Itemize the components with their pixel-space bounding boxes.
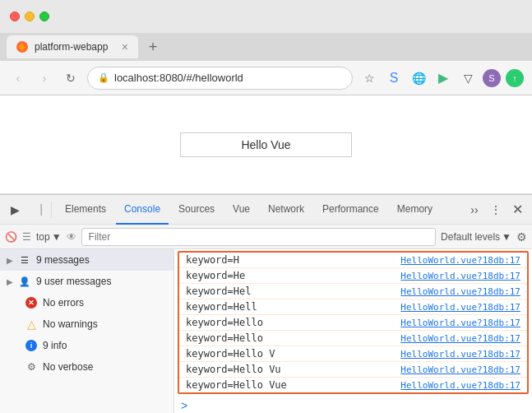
devtools-panel: ▶ ⎹ Elements Console Sources Vue Network… — [0, 194, 532, 413]
devtools-close-button[interactable]: ✕ — [507, 200, 527, 220]
devtools-menu-button[interactable]: ⋮ — [486, 200, 506, 220]
console-message: keyword=Hell — [186, 301, 257, 313]
chevron-down-icon: ▼ — [52, 231, 62, 243]
nav-bar: ‹ › ↻ 🔒 localhost:8080/#/helloworld ☆ S … — [0, 61, 532, 95]
extension-icon2[interactable]: ▶ — [433, 68, 453, 88]
close-button[interactable] — [10, 12, 20, 21]
bookmark-icon[interactable]: ☆ — [359, 68, 379, 88]
browser-tab[interactable]: 🔶 platform-webapp × — [7, 35, 138, 58]
filter-errors[interactable]: ✕ No errors — [0, 292, 173, 313]
separator — [51, 202, 52, 218]
url-text: localhost:8080/#/helloworld — [114, 72, 342, 84]
tab-bar: 🔶 platform-webapp × + — [0, 33, 532, 61]
filter-user-messages[interactable]: ▶ 👤 9 user messages — [0, 271, 173, 292]
console-source-link[interactable]: HelloWorld.vue?18db:17 — [400, 286, 520, 297]
tab-network[interactable]: Network — [260, 195, 312, 225]
context-dropdown[interactable]: top ▼ — [36, 231, 62, 243]
tab-vue[interactable]: Vue — [224, 195, 258, 225]
traffic-lights — [10, 12, 49, 21]
inspect-element-icon[interactable]: ▶ — [5, 200, 25, 220]
console-log-row: keyword=Hello HelloWorld.vue?18db:17 — [179, 331, 527, 346]
expand-arrow-icon: ▶ — [7, 256, 13, 265]
console-message: keyword=Hel — [186, 285, 251, 297]
console-source-link[interactable]: HelloWorld.vue?18db:17 — [400, 364, 520, 375]
more-tabs-button[interactable]: ›› — [465, 200, 484, 220]
extension-icon1[interactable]: S — [384, 68, 404, 88]
extension-icon3[interactable]: ▽ — [458, 68, 478, 88]
console-log-row: keyword=Hello Vu HelloWorld.vue?18db:17 — [179, 362, 527, 378]
translate-icon[interactable]: 🌐 — [409, 68, 428, 88]
console-filter-bar: 🚫 ☰ top ▼ 👁 Default levels ▼ ⚙ — [0, 225, 532, 249]
info-icon: i — [25, 339, 38, 352]
tab-performance[interactable]: Performance — [314, 195, 387, 225]
console-source-link[interactable]: HelloWorld.vue?18db:17 — [400, 302, 520, 313]
page-content: Hello Vue — [0, 95, 532, 194]
list-icon: ☰ — [18, 253, 31, 267]
device-toolbar-icon[interactable]: ⎹ — [26, 200, 46, 220]
console-message: keyword=Hello — [186, 332, 263, 344]
devtools-toolbar: ▶ ⎹ Elements Console Sources Vue Network… — [0, 195, 532, 225]
levels-dropdown[interactable]: Default levels ▼ — [441, 231, 511, 243]
console-highlighted-group: keyword=H HelloWorld.vue?18db:17 keyword… — [178, 251, 529, 394]
tab-memory[interactable]: Memory — [389, 195, 441, 225]
error-icon: ✕ — [25, 296, 38, 309]
forward-button[interactable]: › — [35, 68, 54, 88]
browser-chrome: 🔶 platform-webapp × + ‹ › ↻ 🔒 localhost:… — [0, 0, 532, 413]
hello-vue-input[interactable]: Hello Vue — [180, 132, 352, 157]
warning-icon: △ — [25, 318, 38, 331]
console-output: keyword=H HelloWorld.vue?18db:17 keyword… — [174, 249, 532, 413]
console-message: keyword=Hello V — [186, 348, 275, 360]
block-icon[interactable]: 🚫 — [5, 231, 17, 243]
devtools-console: ▶ ☰ 9 messages ▶ 👤 9 user messages ✕ No — [0, 249, 532, 413]
filter-warnings[interactable]: △ No warnings — [0, 313, 173, 335]
console-log-row: keyword=Hello Vue HelloWorld.vue?18db:17 — [179, 378, 527, 392]
tab-elements[interactable]: Elements — [57, 195, 114, 225]
console-message: keyword=Hello Vu — [186, 364, 281, 375]
console-message: keyword=He — [186, 270, 245, 281]
console-source-link[interactable]: HelloWorld.vue?18db:17 — [400, 333, 520, 344]
filter-all-messages[interactable]: ▶ ☰ 9 messages — [0, 249, 173, 271]
minimize-button[interactable] — [25, 12, 35, 21]
gear-icon: ⚙ — [25, 360, 38, 374]
console-message: keyword=Hello — [186, 317, 263, 328]
tab-title: platform-webapp — [35, 41, 115, 53]
maximize-button[interactable] — [39, 12, 49, 21]
tab-favicon: 🔶 — [16, 41, 28, 53]
settings-icon[interactable]: ⚙ — [516, 230, 527, 244]
lock-icon: 🔒 — [98, 72, 109, 83]
update-icon[interactable]: ↑ — [506, 69, 524, 87]
console-message: keyword=Hello Vue — [186, 379, 287, 391]
url-bar[interactable]: 🔒 localhost:8080/#/helloworld — [87, 67, 353, 90]
filter-list-icon[interactable]: ☰ — [22, 231, 31, 243]
profile-icon[interactable]: S — [483, 69, 501, 87]
console-log-row: keyword=Hell HelloWorld.vue?18db:17 — [179, 299, 527, 315]
right-panel: keyword=H HelloWorld.vue?18db:17 keyword… — [174, 249, 532, 413]
refresh-button[interactable]: ↻ — [61, 68, 81, 88]
console-source-link[interactable]: HelloWorld.vue?18db:17 — [400, 271, 520, 281]
console-message: keyword=H — [186, 254, 239, 266]
new-tab-button[interactable]: + — [141, 35, 164, 58]
console-source-link[interactable]: HelloWorld.vue?18db:17 — [400, 349, 520, 360]
title-bar — [0, 0, 532, 33]
tab-close-button[interactable]: × — [122, 40, 128, 53]
tab-sources[interactable]: Sources — [170, 195, 223, 225]
nav-icons: ☆ S 🌐 ▶ ▽ S ↑ — [359, 68, 524, 88]
expand-arrow-icon: ▶ — [7, 277, 13, 286]
console-prompt[interactable]: > — [174, 396, 532, 413]
eye-icon[interactable]: 👁 — [67, 231, 76, 243]
user-icon: 👤 — [18, 275, 31, 288]
chevron-down-icon: ▼ — [502, 231, 511, 243]
console-log-row: keyword=He HelloWorld.vue?18db:17 — [179, 268, 527, 284]
console-log-row: keyword=Hel HelloWorld.vue?18db:17 — [179, 284, 527, 299]
left-panel: ▶ ☰ 9 messages ▶ 👤 9 user messages ✕ No — [0, 249, 174, 413]
tab-console[interactable]: Console — [116, 195, 169, 225]
console-log-row: keyword=Hello V HelloWorld.vue?18db:17 — [179, 346, 527, 362]
console-log-row: keyword=Hello HelloWorld.vue?18db:17 — [179, 315, 527, 331]
console-source-link[interactable]: HelloWorld.vue?18db:17 — [400, 255, 520, 266]
filter-input[interactable] — [81, 228, 436, 246]
console-source-link[interactable]: HelloWorld.vue?18db:17 — [400, 380, 520, 391]
filter-info[interactable]: i 9 info — [0, 335, 173, 356]
filter-verbose[interactable]: ⚙ No verbose — [0, 356, 173, 378]
console-source-link[interactable]: HelloWorld.vue?18db:17 — [400, 318, 520, 328]
back-button[interactable]: ‹ — [8, 68, 28, 88]
